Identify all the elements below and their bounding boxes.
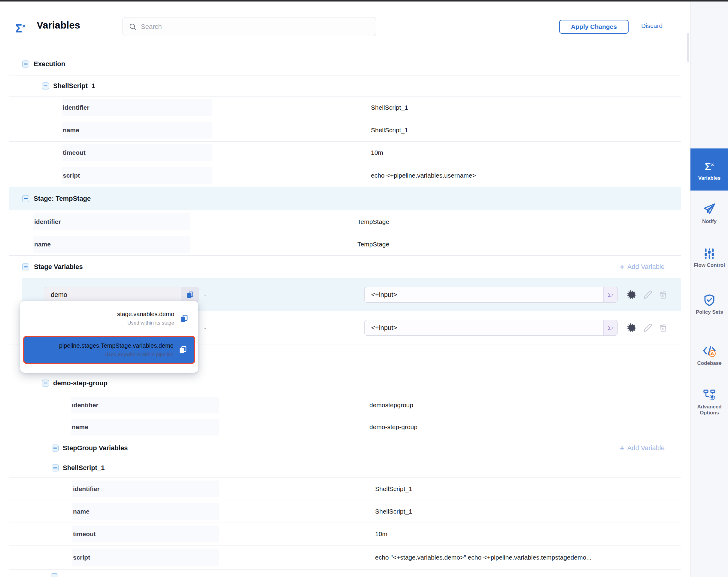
collapse-icon[interactable] bbox=[42, 380, 49, 386]
row-step1-script: script echo <+pipeline.variables.usernam… bbox=[9, 164, 681, 187]
field-value: echo "<+stage.variables.demo>" echo <+pi… bbox=[375, 554, 592, 561]
section-label-shellscript1: ShellScript_1 bbox=[53, 82, 95, 90]
plus-icon: + bbox=[620, 262, 624, 271]
collapse-icon[interactable] bbox=[52, 445, 58, 452]
row-stage-name: name TempStage bbox=[9, 233, 681, 256]
scope-description: Used anywhere within pipeline bbox=[105, 352, 174, 358]
settings-gear-icon[interactable] bbox=[627, 290, 637, 300]
search-input[interactable]: Search bbox=[123, 17, 376, 36]
add-variable-button[interactable]: +Add Variable bbox=[620, 444, 665, 453]
rail-item-advanced-options[interactable]: Advanced Options bbox=[691, 388, 728, 416]
variable-value-input[interactable]: <+input> Σx bbox=[364, 320, 618, 336]
rail-item-flow-control[interactable]: Flow Control bbox=[691, 247, 728, 268]
search-placeholder: Search bbox=[141, 23, 162, 31]
field-value: demostepgroup bbox=[369, 401, 413, 409]
row-stage-identifier: identifier TempStage bbox=[9, 210, 681, 233]
collapse-icon[interactable] bbox=[22, 195, 29, 202]
delete-trash-icon[interactable] bbox=[658, 323, 668, 333]
rail-item-codebase[interactable]: Codebase bbox=[691, 344, 728, 366]
scope-option-stage[interactable]: stage.variables.demo Used within its sta… bbox=[20, 301, 198, 336]
collapse-icon[interactable] bbox=[22, 264, 29, 271]
section-label-stage-variables: Stage Variables bbox=[34, 263, 83, 271]
rail-item-policy-sets[interactable]: Policy Sets bbox=[691, 294, 728, 315]
row-sgstep-timeout: timeout 10m bbox=[9, 523, 681, 546]
row-demo-step-group: demo-step-group bbox=[9, 372, 681, 394]
row-sg-name: name demo-step-group bbox=[9, 416, 681, 438]
row-stage-tempstage: Stage: TempStage bbox=[9, 187, 681, 210]
variables-sigma-icon: Σ× bbox=[691, 160, 728, 172]
row-sg-shellscript1: ShellScript_1 bbox=[9, 458, 681, 478]
collapse-icon[interactable] bbox=[51, 573, 58, 577]
copy-icon[interactable] bbox=[178, 345, 187, 354]
flowchart-gear-icon bbox=[702, 388, 716, 401]
row-sgstep-identifier: identifier ShellScript_1 bbox=[9, 478, 681, 500]
row-stage-variables: Stage Variables +Add Variable bbox=[9, 256, 681, 278]
field-value: TempStage bbox=[357, 218, 389, 225]
field-value: ShellScript_1 bbox=[371, 104, 408, 111]
row-step1-name: name ShellScript_1 bbox=[9, 119, 681, 142]
rail-item-notify[interactable]: Notify bbox=[691, 202, 728, 225]
apply-changes-button[interactable]: Apply Changes bbox=[559, 20, 629, 34]
variables-panel: Σ× Variables Search Apply Changes Discar… bbox=[0, 0, 728, 577]
collapse-icon[interactable] bbox=[52, 465, 58, 472]
section-label-execution: Execution bbox=[34, 60, 65, 68]
delete-trash-icon[interactable] bbox=[658, 290, 668, 300]
sliders-icon bbox=[703, 247, 716, 260]
field-value: echo <+pipeline.variables.username> bbox=[371, 172, 476, 179]
discard-button[interactable]: Discard bbox=[641, 22, 668, 29]
copy-variable-button[interactable] bbox=[181, 287, 199, 303]
field-label-cell: name bbox=[72, 503, 219, 520]
section-label-sg-shellscript1: ShellScript_1 bbox=[63, 464, 105, 472]
row-execution: Execution bbox=[9, 53, 681, 75]
field-value: ShellScript_1 bbox=[375, 485, 412, 493]
edit-pencil-icon[interactable] bbox=[643, 323, 653, 333]
field-label-cell: identifier bbox=[71, 397, 219, 413]
search-icon bbox=[129, 23, 137, 31]
scope-path: pipeline.stages.TempStage.variables.demo bbox=[59, 342, 174, 349]
scrollbar-thumb[interactable] bbox=[687, 33, 689, 62]
rail-item-variables[interactable]: Σ× Variables bbox=[691, 148, 728, 191]
copy-icon bbox=[186, 291, 194, 299]
expression-sigma-badge[interactable]: Σx bbox=[603, 287, 618, 302]
field-label-cell: name bbox=[71, 419, 219, 435]
collapse-icon[interactable] bbox=[22, 61, 29, 68]
required-dash: - bbox=[204, 324, 206, 332]
row-step1-identifier: identifier ShellScript_1 bbox=[9, 97, 681, 119]
section-label-step-group: demo-step-group bbox=[53, 379, 107, 387]
row-stepgroup-variables: StepGroup Variables +Add Variable bbox=[9, 438, 681, 458]
edit-pencil-icon[interactable] bbox=[643, 290, 653, 300]
row-step1-timeout: timeout 10m bbox=[9, 142, 681, 164]
paper-plane-icon bbox=[702, 202, 716, 216]
field-label-cell: script bbox=[72, 549, 219, 566]
right-nav-rail: Σ× Variables Notify Flow Control Policy … bbox=[690, 1, 728, 577]
field-label-cell: name bbox=[62, 122, 212, 139]
variables-sigma-icon: Σ× bbox=[15, 20, 31, 33]
required-dash: - bbox=[204, 291, 206, 299]
field-label-cell: identifier bbox=[72, 480, 219, 497]
add-variable-button[interactable]: +Add Variable bbox=[620, 262, 665, 272]
variable-value-input[interactable]: <+input> Σx bbox=[364, 287, 618, 303]
field-label-cell: timeout bbox=[62, 144, 212, 161]
variable-name-input[interactable]: demo bbox=[44, 287, 181, 303]
scope-description: Used within its stage bbox=[127, 320, 174, 326]
scope-path: stage.variables.demo bbox=[117, 311, 174, 318]
expression-sigma-badge[interactable]: Σx bbox=[603, 320, 618, 335]
field-value: 10m bbox=[375, 530, 387, 537]
shield-check-icon bbox=[703, 294, 716, 307]
collapse-icon[interactable] bbox=[42, 82, 49, 89]
field-value: TempStage bbox=[357, 241, 389, 248]
field-label-cell: timeout bbox=[72, 526, 219, 543]
field-label-cell: identifier bbox=[62, 99, 212, 116]
plus-icon: + bbox=[620, 444, 624, 453]
copy-icon[interactable] bbox=[180, 314, 189, 323]
row-sgstep-name: name ShellScript_1 bbox=[9, 500, 681, 523]
settings-gear-icon[interactable] bbox=[627, 323, 637, 333]
variable-scope-popup: stage.variables.demo Used within its sta… bbox=[20, 301, 198, 373]
row-shellscript1: ShellScript_1 bbox=[9, 75, 681, 97]
row-sgstep-script: script echo "<+stage.variables.demo>" ec… bbox=[9, 546, 681, 570]
scope-option-pipeline-selected[interactable]: pipeline.stages.TempStage.variables.demo… bbox=[23, 336, 195, 364]
field-label-cell: script bbox=[62, 167, 212, 184]
page-title: Variables bbox=[37, 20, 80, 31]
field-value: ShellScript_1 bbox=[375, 508, 412, 515]
field-value: 10m bbox=[371, 149, 383, 156]
